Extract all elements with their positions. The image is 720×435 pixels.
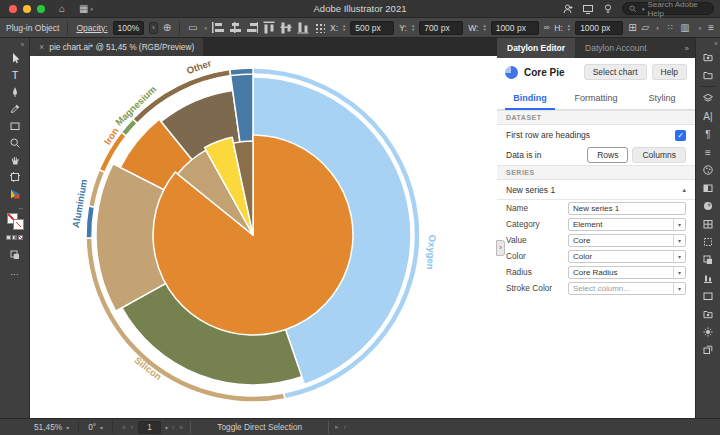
dropdown-value[interactable]: Core▾ <box>568 234 686 247</box>
link-dimensions-icon[interactable]: ∞ <box>544 24 550 32</box>
panel-edge-toggle[interactable]: › <box>496 240 505 256</box>
maximize-window-icon[interactable] <box>37 5 45 13</box>
columns-button[interactable]: Columns <box>632 147 686 163</box>
document-tab[interactable]: × pie chart.ai* @ 51,45 % (RGB/Preview) <box>30 38 203 56</box>
fill-stroke-swatches[interactable] <box>2 212 28 229</box>
dropdown-category[interactable]: Element▾ <box>568 218 686 231</box>
gradient-tile[interactable] <box>12 235 17 240</box>
isolate-object-icon[interactable]: ▱ <box>642 23 650 33</box>
align-middle-icon[interactable] <box>281 22 292 34</box>
stroke-panel-icon[interactable]: ≡ <box>698 143 718 161</box>
workspace-switcher-icon[interactable]: ▥ <box>680 23 689 33</box>
distribute-icon[interactable] <box>314 22 325 33</box>
w-value[interactable]: 1000 px <box>491 21 539 35</box>
h-value[interactable]: 1000 px <box>575 21 623 35</box>
document-setup-icon[interactable]: ▭ <box>188 23 197 33</box>
rectangle-tool-icon[interactable] <box>2 117 28 134</box>
first-row-headings-checkbox[interactable]: ✓ <box>675 130 686 141</box>
chevron-down-icon[interactable]: ▾ <box>673 219 685 230</box>
tab-binding[interactable]: Binding <box>497 86 563 109</box>
minimize-window-icon[interactable] <box>23 5 31 13</box>
first-artboard-icon[interactable]: « <box>122 424 127 431</box>
ring-segment-aluminium[interactable] <box>86 206 94 238</box>
series-header[interactable]: New series 1 ▴ <box>497 180 695 200</box>
align-panel-icon[interactable] <box>698 269 718 287</box>
play-icon[interactable]: ▸ <box>335 423 340 431</box>
character-panel-icon[interactable]: A| <box>698 107 718 125</box>
recolor-artwork-icon[interactable]: ⊕ <box>163 23 171 33</box>
lightbulb-icon[interactable] <box>602 3 614 15</box>
datylon-plugin-tool-icon[interactable] <box>2 185 28 202</box>
y-value[interactable]: 700 px <box>419 21 463 35</box>
cc-files-panel-icon[interactable] <box>698 66 718 84</box>
collapse-dock-icon[interactable]: » <box>698 39 718 48</box>
align-top-icon[interactable] <box>264 22 275 34</box>
last-artboard-icon[interactable]: » <box>179 424 184 431</box>
tab-formatting[interactable]: Formatting <box>563 86 629 109</box>
x-value[interactable]: 500 px <box>350 21 394 35</box>
color-tile[interactable] <box>6 235 11 240</box>
symbols-panel-icon[interactable] <box>698 215 718 233</box>
dropdown-radius[interactable]: Core Radius▾ <box>568 266 686 279</box>
input-name[interactable]: New series 1 <box>568 202 686 215</box>
home-icon[interactable]: ⌂ <box>59 4 65 14</box>
transform-icon[interactable]: ⊞ <box>628 23 636 33</box>
linked-file-panel-icon[interactable] <box>698 341 718 359</box>
chevron-down-icon[interactable]: ▾ <box>673 235 685 246</box>
align-left-icon[interactable] <box>212 22 224 33</box>
transform-panel-icon[interactable] <box>698 233 718 251</box>
dropdown-stroke-color[interactable]: Select column...▾ <box>568 282 686 295</box>
stroke-swatch[interactable] <box>14 220 23 229</box>
hand-tool-icon[interactable] <box>2 151 28 168</box>
screen-mode-icon[interactable] <box>2 246 28 263</box>
selection-tool-icon[interactable] <box>2 49 28 66</box>
core-pie-chart[interactable]: OxygenSiliconAluminiumIronMagnesiumOther <box>30 56 497 418</box>
align-right-icon[interactable] <box>246 22 258 33</box>
help-button[interactable]: Help <box>652 64 687 80</box>
swap-fill-stroke-icon[interactable]: ↔ <box>2 202 28 212</box>
opacity-expand-icon[interactable]: › <box>149 22 157 34</box>
chevron-down-icon[interactable]: ▾ <box>673 283 685 294</box>
rows-button[interactable]: Rows <box>587 147 628 163</box>
zoom-level-control[interactable]: 51,45% ▾ <box>28 419 75 435</box>
close-window-icon[interactable] <box>9 5 17 13</box>
tab-datylon-account[interactable]: Datylon Account <box>575 38 656 58</box>
rotation-control[interactable]: 0° ▾ <box>82 419 109 435</box>
zoom-tool-icon[interactable] <box>2 134 28 151</box>
transparency-panel-icon[interactable] <box>698 197 718 215</box>
edit-toolbar-icon[interactable]: … <box>2 263 28 280</box>
share-screen-icon[interactable] <box>582 3 594 15</box>
menu-list-icon[interactable]: ≡ <box>708 23 714 33</box>
select-chart-button[interactable]: Select chart <box>584 64 647 80</box>
gradient-panel-icon[interactable] <box>698 179 718 197</box>
brightness-panel-icon[interactable] <box>698 323 718 341</box>
collapse-toolbar-icon[interactable]: » <box>2 39 28 49</box>
dropdown-color[interactable]: Color▾ <box>568 250 686 263</box>
align-bottom-icon[interactable] <box>298 22 309 34</box>
h-stepper[interactable]: ▴▾ <box>568 24 570 32</box>
x-stepper[interactable]: ▴▾ <box>343 24 345 32</box>
opacity-label[interactable]: Opacity: <box>76 23 107 33</box>
ring-segment-aluminium[interactable] <box>230 68 253 76</box>
asset-export-panel-icon[interactable] <box>698 305 718 323</box>
close-document-icon[interactable]: × <box>39 42 44 52</box>
w-stepper[interactable]: ▴▾ <box>483 24 485 32</box>
arrange-documents-icon[interactable]: ∷ <box>668 24 673 32</box>
y-stepper[interactable]: ▴▾ <box>412 24 414 32</box>
align-center-icon[interactable] <box>229 22 241 33</box>
pen-tool-icon[interactable] <box>2 83 28 100</box>
color-panel-icon[interactable] <box>698 161 718 179</box>
previous-artboard-icon[interactable]: ‹ <box>131 424 134 431</box>
help-search-input[interactable]: ▾ Search Adobe Help <box>622 2 714 15</box>
libraries-panel-icon[interactable] <box>698 48 718 66</box>
artboard-tool-icon[interactable] <box>2 168 28 185</box>
color-mode-tiles[interactable] <box>2 229 28 246</box>
collapse-series-icon[interactable]: ▴ <box>682 186 686 194</box>
tab-datylon-editor[interactable]: Datylon Editor <box>497 38 575 58</box>
workspace-layout-icon[interactable]: ▦ <box>79 4 88 14</box>
opacity-value[interactable]: 100% <box>113 21 145 35</box>
next-artboard-icon[interactable]: › <box>172 424 175 431</box>
back-icon[interactable]: ‹ <box>344 424 347 431</box>
chevron-down-icon[interactable]: ▾ <box>673 251 685 262</box>
eyedropper-tool-icon[interactable] <box>2 100 28 117</box>
